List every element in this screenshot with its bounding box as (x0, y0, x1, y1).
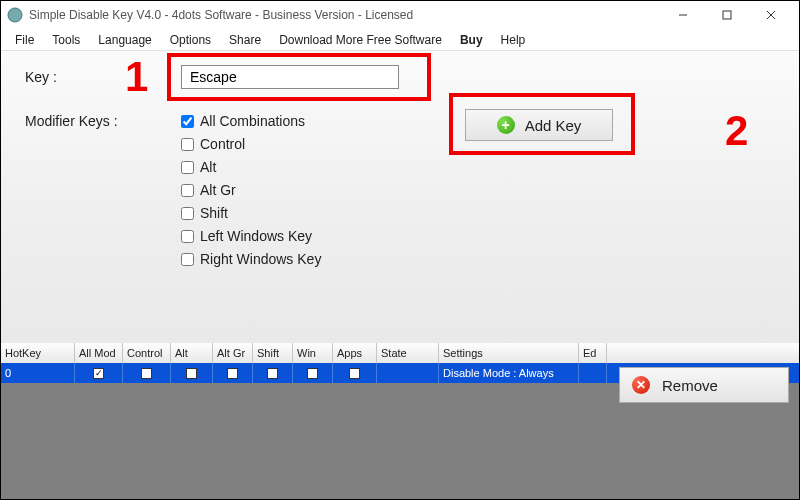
modifier-label: Left Windows Key (200, 228, 312, 244)
menu-tools[interactable]: Tools (44, 31, 88, 49)
cell-checkbox: ✓ (93, 368, 104, 379)
col-control[interactable]: Control (123, 343, 171, 363)
col-settings[interactable]: Settings (439, 343, 579, 363)
grid-cell (377, 363, 439, 383)
menu-language[interactable]: Language (90, 31, 159, 49)
maximize-button[interactable] (705, 2, 749, 28)
menu-download-more-free-software[interactable]: Download More Free Software (271, 31, 450, 49)
app-icon (7, 7, 23, 23)
modifier-checkbox[interactable] (181, 161, 194, 174)
add-key-label: Add Key (525, 117, 582, 134)
col-state[interactable]: State (377, 343, 439, 363)
remove-label: Remove (662, 377, 718, 394)
grid-cell (253, 363, 293, 383)
window-title: Simple Disable Key V4.0 - 4dots Software… (29, 8, 661, 22)
modifier-label: Shift (200, 205, 228, 221)
modifier-checkbox[interactable] (181, 184, 194, 197)
modifier-label: All Combinations (200, 113, 305, 129)
menu-options[interactable]: Options (162, 31, 219, 49)
modifier-alt-gr[interactable]: Alt Gr (181, 182, 321, 198)
plus-circle-icon: + (497, 116, 515, 134)
cell-checkbox (349, 368, 360, 379)
modifier-label: Alt (200, 159, 216, 175)
remove-button[interactable]: ✕ Remove (619, 367, 789, 403)
key-input[interactable] (181, 65, 399, 89)
menu-file[interactable]: File (7, 31, 42, 49)
annotation-number-1: 1 (125, 53, 148, 101)
menubar: FileToolsLanguageOptionsShareDownload Mo… (1, 29, 799, 51)
grid-cell: 0 (1, 363, 75, 383)
svg-rect-2 (723, 11, 731, 19)
svg-point-0 (8, 8, 22, 22)
key-label: Key : (25, 69, 57, 85)
modifier-shift[interactable]: Shift (181, 205, 321, 221)
grid-cell (293, 363, 333, 383)
col-all-mod[interactable]: All Mod (75, 343, 123, 363)
modifier-control[interactable]: Control (181, 136, 321, 152)
col-win[interactable]: Win (293, 343, 333, 363)
col-alt-gr[interactable]: Alt Gr (213, 343, 253, 363)
cell-checkbox (186, 368, 197, 379)
col-alt[interactable]: Alt (171, 343, 213, 363)
minimize-button[interactable] (661, 2, 705, 28)
modifier-list: All CombinationsControlAltAlt GrShiftLef… (181, 113, 321, 267)
modifier-label: Control (200, 136, 245, 152)
modifier-checkbox[interactable] (181, 115, 194, 128)
annotation-number-2: 2 (725, 107, 748, 155)
modifier-checkbox[interactable] (181, 207, 194, 220)
cell-checkbox (307, 368, 318, 379)
grid-cell: Disable Mode : Always (439, 363, 579, 383)
modifier-checkbox[interactable] (181, 230, 194, 243)
x-circle-icon: ✕ (632, 376, 650, 394)
cell-checkbox (227, 368, 238, 379)
grid-cell (123, 363, 171, 383)
window-controls (661, 2, 793, 28)
modifier-all-combinations[interactable]: All Combinations (181, 113, 321, 129)
grid-cell (171, 363, 213, 383)
modifier-checkbox[interactable] (181, 138, 194, 151)
client-area: Key : Modifier Keys : All CombinationsCo… (1, 51, 799, 343)
menu-share[interactable]: Share (221, 31, 269, 49)
titlebar: Simple Disable Key V4.0 - 4dots Software… (1, 1, 799, 29)
grid-header: HotKeyAll ModControlAltAlt GrShiftWinApp… (1, 343, 799, 363)
modifier-keys-label: Modifier Keys : (25, 113, 118, 129)
col-apps[interactable]: Apps (333, 343, 377, 363)
col-hotkey[interactable]: HotKey (1, 343, 75, 363)
grid-cell (333, 363, 377, 383)
modifier-left-windows-key[interactable]: Left Windows Key (181, 228, 321, 244)
col-shift[interactable]: Shift (253, 343, 293, 363)
modifier-right-windows-key[interactable]: Right Windows Key (181, 251, 321, 267)
grid-cell: ✓ (75, 363, 123, 383)
add-key-button[interactable]: + Add Key (465, 109, 613, 141)
menu-help[interactable]: Help (493, 31, 534, 49)
col-ed[interactable]: Ed (579, 343, 607, 363)
modifier-alt[interactable]: Alt (181, 159, 321, 175)
close-button[interactable] (749, 2, 793, 28)
cell-checkbox (141, 368, 152, 379)
grid-cell (579, 363, 607, 383)
cell-checkbox (267, 368, 278, 379)
modifier-label: Alt Gr (200, 182, 236, 198)
menu-buy[interactable]: Buy (452, 31, 491, 49)
grid-cell (213, 363, 253, 383)
modifier-label: Right Windows Key (200, 251, 321, 267)
modifier-checkbox[interactable] (181, 253, 194, 266)
